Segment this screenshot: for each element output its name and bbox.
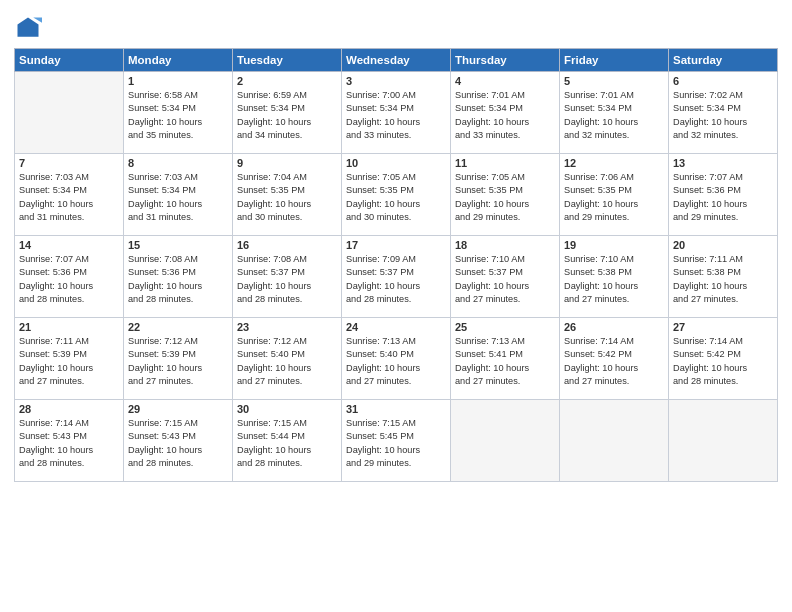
logo (14, 14, 46, 42)
day-info: Sunrise: 7:15 AM Sunset: 5:43 PM Dayligh… (128, 417, 228, 470)
calendar-cell: 29Sunrise: 7:15 AM Sunset: 5:43 PM Dayli… (124, 400, 233, 482)
day-number: 11 (455, 157, 555, 169)
day-info: Sunrise: 7:14 AM Sunset: 5:42 PM Dayligh… (564, 335, 664, 388)
day-info: Sunrise: 7:12 AM Sunset: 5:40 PM Dayligh… (237, 335, 337, 388)
day-number: 8 (128, 157, 228, 169)
header (14, 10, 778, 42)
day-number: 20 (673, 239, 773, 251)
day-number: 5 (564, 75, 664, 87)
day-number: 13 (673, 157, 773, 169)
day-number: 31 (346, 403, 446, 415)
day-info: Sunrise: 7:06 AM Sunset: 5:35 PM Dayligh… (564, 171, 664, 224)
day-number: 23 (237, 321, 337, 333)
weekday-monday: Monday (124, 49, 233, 72)
calendar-cell: 1Sunrise: 6:58 AM Sunset: 5:34 PM Daylig… (124, 72, 233, 154)
day-info: Sunrise: 7:12 AM Sunset: 5:39 PM Dayligh… (128, 335, 228, 388)
day-info: Sunrise: 7:02 AM Sunset: 5:34 PM Dayligh… (673, 89, 773, 142)
day-info: Sunrise: 7:14 AM Sunset: 5:42 PM Dayligh… (673, 335, 773, 388)
day-number: 25 (455, 321, 555, 333)
weekday-tuesday: Tuesday (233, 49, 342, 72)
day-info: Sunrise: 7:11 AM Sunset: 5:39 PM Dayligh… (19, 335, 119, 388)
day-info: Sunrise: 7:07 AM Sunset: 5:36 PM Dayligh… (19, 253, 119, 306)
day-number: 16 (237, 239, 337, 251)
day-info: Sunrise: 7:08 AM Sunset: 5:37 PM Dayligh… (237, 253, 337, 306)
calendar-cell: 30Sunrise: 7:15 AM Sunset: 5:44 PM Dayli… (233, 400, 342, 482)
weekday-friday: Friday (560, 49, 669, 72)
day-number: 3 (346, 75, 446, 87)
week-row-2: 7Sunrise: 7:03 AM Sunset: 5:34 PM Daylig… (15, 154, 778, 236)
day-number: 21 (19, 321, 119, 333)
calendar-cell: 11Sunrise: 7:05 AM Sunset: 5:35 PM Dayli… (451, 154, 560, 236)
day-number: 7 (19, 157, 119, 169)
day-info: Sunrise: 7:11 AM Sunset: 5:38 PM Dayligh… (673, 253, 773, 306)
calendar-cell (560, 400, 669, 482)
day-number: 14 (19, 239, 119, 251)
day-info: Sunrise: 7:08 AM Sunset: 5:36 PM Dayligh… (128, 253, 228, 306)
day-number: 19 (564, 239, 664, 251)
calendar-cell: 21Sunrise: 7:11 AM Sunset: 5:39 PM Dayli… (15, 318, 124, 400)
logo-icon (14, 14, 42, 42)
day-number: 17 (346, 239, 446, 251)
calendar-cell: 9Sunrise: 7:04 AM Sunset: 5:35 PM Daylig… (233, 154, 342, 236)
calendar-cell: 22Sunrise: 7:12 AM Sunset: 5:39 PM Dayli… (124, 318, 233, 400)
day-info: Sunrise: 6:59 AM Sunset: 5:34 PM Dayligh… (237, 89, 337, 142)
calendar-cell: 23Sunrise: 7:12 AM Sunset: 5:40 PM Dayli… (233, 318, 342, 400)
day-number: 29 (128, 403, 228, 415)
calendar-cell: 20Sunrise: 7:11 AM Sunset: 5:38 PM Dayli… (669, 236, 778, 318)
calendar-cell: 8Sunrise: 7:03 AM Sunset: 5:34 PM Daylig… (124, 154, 233, 236)
day-info: Sunrise: 7:05 AM Sunset: 5:35 PM Dayligh… (455, 171, 555, 224)
calendar-cell: 27Sunrise: 7:14 AM Sunset: 5:42 PM Dayli… (669, 318, 778, 400)
day-number: 28 (19, 403, 119, 415)
day-info: Sunrise: 7:04 AM Sunset: 5:35 PM Dayligh… (237, 171, 337, 224)
calendar-cell: 13Sunrise: 7:07 AM Sunset: 5:36 PM Dayli… (669, 154, 778, 236)
calendar-cell: 14Sunrise: 7:07 AM Sunset: 5:36 PM Dayli… (15, 236, 124, 318)
calendar-cell: 7Sunrise: 7:03 AM Sunset: 5:34 PM Daylig… (15, 154, 124, 236)
day-number: 24 (346, 321, 446, 333)
day-info: Sunrise: 7:10 AM Sunset: 5:37 PM Dayligh… (455, 253, 555, 306)
day-number: 15 (128, 239, 228, 251)
day-info: Sunrise: 7:03 AM Sunset: 5:34 PM Dayligh… (19, 171, 119, 224)
calendar-cell: 12Sunrise: 7:06 AM Sunset: 5:35 PM Dayli… (560, 154, 669, 236)
day-info: Sunrise: 7:09 AM Sunset: 5:37 PM Dayligh… (346, 253, 446, 306)
day-info: Sunrise: 7:05 AM Sunset: 5:35 PM Dayligh… (346, 171, 446, 224)
day-info: Sunrise: 7:14 AM Sunset: 5:43 PM Dayligh… (19, 417, 119, 470)
week-row-4: 21Sunrise: 7:11 AM Sunset: 5:39 PM Dayli… (15, 318, 778, 400)
calendar-cell: 26Sunrise: 7:14 AM Sunset: 5:42 PM Dayli… (560, 318, 669, 400)
day-info: Sunrise: 7:07 AM Sunset: 5:36 PM Dayligh… (673, 171, 773, 224)
day-info: Sunrise: 7:15 AM Sunset: 5:44 PM Dayligh… (237, 417, 337, 470)
calendar-cell: 3Sunrise: 7:00 AM Sunset: 5:34 PM Daylig… (342, 72, 451, 154)
day-info: Sunrise: 7:15 AM Sunset: 5:45 PM Dayligh… (346, 417, 446, 470)
svg-marker-0 (18, 18, 39, 37)
weekday-sunday: Sunday (15, 49, 124, 72)
day-number: 10 (346, 157, 446, 169)
calendar-cell: 17Sunrise: 7:09 AM Sunset: 5:37 PM Dayli… (342, 236, 451, 318)
day-number: 22 (128, 321, 228, 333)
day-info: Sunrise: 7:13 AM Sunset: 5:40 PM Dayligh… (346, 335, 446, 388)
day-number: 2 (237, 75, 337, 87)
calendar-cell: 19Sunrise: 7:10 AM Sunset: 5:38 PM Dayli… (560, 236, 669, 318)
calendar-cell: 6Sunrise: 7:02 AM Sunset: 5:34 PM Daylig… (669, 72, 778, 154)
day-number: 4 (455, 75, 555, 87)
day-info: Sunrise: 7:03 AM Sunset: 5:34 PM Dayligh… (128, 171, 228, 224)
day-number: 18 (455, 239, 555, 251)
day-info: Sunrise: 7:01 AM Sunset: 5:34 PM Dayligh… (455, 89, 555, 142)
day-number: 9 (237, 157, 337, 169)
calendar-cell: 18Sunrise: 7:10 AM Sunset: 5:37 PM Dayli… (451, 236, 560, 318)
calendar-cell: 31Sunrise: 7:15 AM Sunset: 5:45 PM Dayli… (342, 400, 451, 482)
week-row-3: 14Sunrise: 7:07 AM Sunset: 5:36 PM Dayli… (15, 236, 778, 318)
calendar-cell: 15Sunrise: 7:08 AM Sunset: 5:36 PM Dayli… (124, 236, 233, 318)
calendar-cell: 10Sunrise: 7:05 AM Sunset: 5:35 PM Dayli… (342, 154, 451, 236)
day-number: 30 (237, 403, 337, 415)
calendar-table: SundayMondayTuesdayWednesdayThursdayFrid… (14, 48, 778, 482)
calendar-cell: 2Sunrise: 6:59 AM Sunset: 5:34 PM Daylig… (233, 72, 342, 154)
week-row-1: 1Sunrise: 6:58 AM Sunset: 5:34 PM Daylig… (15, 72, 778, 154)
calendar-cell (669, 400, 778, 482)
day-number: 26 (564, 321, 664, 333)
weekday-header-row: SundayMondayTuesdayWednesdayThursdayFrid… (15, 49, 778, 72)
weekday-saturday: Saturday (669, 49, 778, 72)
day-info: Sunrise: 6:58 AM Sunset: 5:34 PM Dayligh… (128, 89, 228, 142)
day-info: Sunrise: 7:13 AM Sunset: 5:41 PM Dayligh… (455, 335, 555, 388)
calendar-cell: 5Sunrise: 7:01 AM Sunset: 5:34 PM Daylig… (560, 72, 669, 154)
calendar-cell: 25Sunrise: 7:13 AM Sunset: 5:41 PM Dayli… (451, 318, 560, 400)
week-row-5: 28Sunrise: 7:14 AM Sunset: 5:43 PM Dayli… (15, 400, 778, 482)
